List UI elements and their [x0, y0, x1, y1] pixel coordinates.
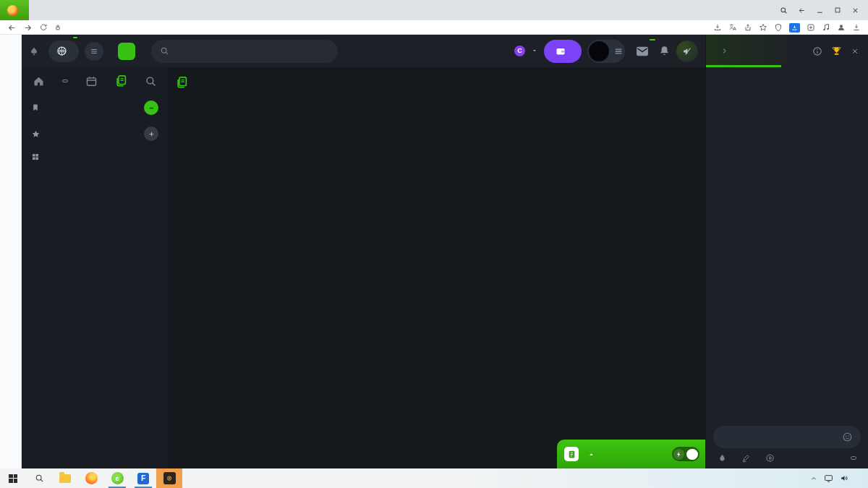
extensions-icon[interactable] [807, 23, 815, 32]
bolt-icon [673, 449, 684, 460]
bcd-coin-icon: C [514, 46, 525, 56]
home-icon[interactable] [33, 75, 45, 87]
facebook-app-icon: F [137, 473, 149, 484]
bell-icon [658, 45, 671, 57]
download-button[interactable] [789, 23, 800, 33]
reload-icon[interactable] [39, 23, 48, 32]
windows-logo-icon [9, 474, 17, 483]
taskbar-search[interactable] [26, 468, 52, 488]
tip-coin-icon[interactable] [765, 453, 775, 463]
bookmark-star-icon[interactable] [759, 23, 767, 32]
coccoc-logo-icon [7, 5, 18, 16]
chat-input[interactable] [721, 433, 838, 442]
viewport: C [0, 35, 868, 468]
maximize-icon[interactable] [834, 7, 841, 14]
lock-icon [54, 24, 61, 31]
new-tab-button[interactable] [752, 0, 771, 20]
chat-toolbar [706, 450, 868, 468]
game-app-button[interactable]: ⌾ [156, 468, 182, 488]
game-search[interactable] [151, 40, 338, 63]
tab-search-icon[interactable] [780, 7, 788, 14]
bet-slip-icon [564, 447, 579, 461]
adblock-shield-icon[interactable] [774, 23, 783, 32]
coccoc-button[interactable]: c [104, 468, 130, 488]
gif-button[interactable] [851, 456, 856, 460]
chat-input-row [713, 426, 861, 448]
messages-button[interactable] [635, 44, 650, 59]
back-icon[interactable] [7, 23, 17, 33]
chat-header [706, 35, 868, 67]
download-icon [791, 25, 798, 31]
casino-link[interactable] [29, 46, 43, 56]
tab-bar [0, 0, 868, 20]
game-app-icon: ⌾ [163, 472, 176, 484]
chat-rules-pencil-icon[interactable] [741, 453, 751, 463]
all-sports-header [28, 147, 161, 167]
spade-icon [29, 46, 39, 56]
my-bets-icon[interactable] [114, 74, 127, 87]
firefox-button[interactable] [78, 468, 104, 488]
taskbar-tray [804, 468, 868, 488]
bcgame-logo[interactable] [118, 43, 140, 60]
browser-brand[interactable] [0, 0, 29, 20]
minimize-icon[interactable] [816, 7, 824, 14]
network-icon[interactable] [824, 474, 833, 483]
tray-chevron-icon[interactable] [810, 475, 817, 482]
share-icon[interactable] [744, 23, 752, 32]
address-bar-actions [713, 23, 861, 33]
close-window-icon[interactable] [851, 7, 859, 14]
emoji-icon[interactable] [842, 432, 853, 442]
music-note-icon[interactable] [822, 23, 830, 32]
url-bar[interactable] [54, 24, 707, 31]
messages-badge [650, 39, 655, 40]
chevron-right-icon[interactable] [720, 47, 728, 55]
profile-menu[interactable] [587, 40, 625, 63]
taskbar-search-icon [35, 474, 44, 483]
wallet-icon [556, 46, 566, 56]
sports-sidebar [22, 67, 168, 468]
sidebar-icon-row [28, 72, 161, 95]
facebook-app-button[interactable]: F [130, 468, 156, 488]
close-chat-icon[interactable] [851, 47, 859, 56]
file-explorer-button[interactable] [52, 468, 78, 488]
rain-icon[interactable] [718, 453, 727, 463]
add-favorite-button[interactable] [144, 127, 158, 141]
calendar-icon[interactable] [85, 75, 98, 87]
minus-icon [148, 104, 156, 112]
collapse-quick-links-button[interactable] [144, 100, 158, 115]
live-icon[interactable] [62, 80, 68, 82]
trophy-icon[interactable] [831, 46, 842, 56]
volume-icon[interactable] [840, 474, 849, 483]
downloads-tray-icon[interactable] [852, 23, 861, 32]
screen: C [0, 0, 868, 488]
save-page-icon[interactable] [713, 23, 722, 32]
chat-messages [706, 67, 868, 421]
speaker-muted-icon [682, 46, 692, 56]
restore-arrow-icon[interactable] [798, 7, 806, 14]
chat-language-underline [706, 65, 781, 67]
chat-panel [705, 35, 868, 468]
caret-up-icon [587, 450, 595, 458]
search-icon [160, 46, 169, 56]
search-events-icon[interactable] [145, 75, 157, 87]
currency-selector[interactable]: C [514, 46, 538, 57]
window-controls [771, 0, 868, 20]
menu-icon [90, 47, 98, 56]
translate-icon[interactable] [728, 23, 737, 32]
quick-bet-toggle[interactable] [672, 447, 699, 461]
chat-rules-icon[interactable] [812, 46, 822, 56]
start-button[interactable] [0, 468, 26, 488]
forward-icon[interactable] [23, 23, 33, 33]
notifications-button[interactable] [658, 45, 671, 57]
profile-icon[interactable] [837, 23, 846, 32]
bet-slip-button[interactable] [557, 440, 705, 468]
sports-tab[interactable] [48, 40, 79, 62]
avatar [589, 41, 609, 61]
game-search-input[interactable] [174, 47, 329, 56]
taskbar: c F ⌾ [0, 468, 868, 488]
bcgame-logo-icon [118, 43, 135, 60]
announcement-mute-button[interactable] [676, 40, 698, 62]
bookmark-icon [31, 103, 40, 112]
nav-menu-button[interactable] [85, 42, 103, 61]
wallet-button[interactable] [544, 40, 582, 63]
